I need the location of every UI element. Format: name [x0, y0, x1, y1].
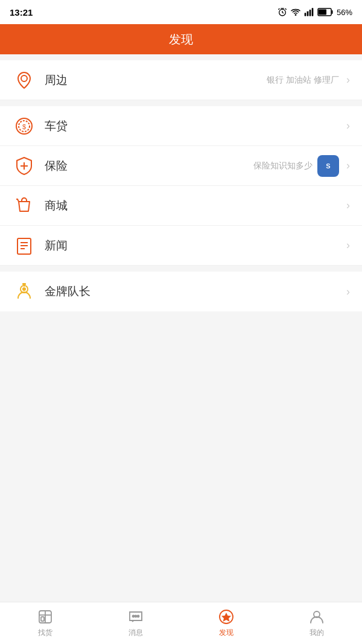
battery-percent: 56%	[337, 8, 352, 17]
alarm-icon	[278, 7, 287, 17]
svg-point-20	[22, 287, 26, 291]
insurance-icon	[12, 154, 36, 178]
svg-rect-7	[331, 10, 332, 14]
menu-item-nearby[interactable]: 周边 银行 加油站 修理厂 ›	[0, 60, 362, 100]
findgoods-nav-label: 找货	[38, 628, 52, 638]
status-time: 13:21	[10, 7, 33, 18]
message-nav-label: 消息	[129, 628, 143, 638]
profile-nav-icon	[308, 608, 325, 625]
bottom-nav: 找货 消息 发现	[0, 602, 362, 644]
insurance-chevron: ›	[346, 159, 350, 172]
menu-item-mall[interactable]: 商城 ›	[0, 186, 362, 226]
insurance-subtitle: 保险知识知多少	[253, 161, 313, 171]
nav-item-discover[interactable]: 发现	[181, 602, 272, 644]
nearby-subtitle: 银行 加油站 修理厂	[267, 75, 339, 86]
mall-chevron: ›	[346, 199, 350, 212]
svg-point-27	[133, 616, 135, 617]
menu-item-news[interactable]: 新闻 ›	[0, 226, 362, 266]
menu-item-insurance[interactable]: 保险 保险知识知多少 S ›	[0, 146, 362, 186]
mall-label: 商城	[45, 198, 344, 214]
status-icons: 56%	[278, 7, 352, 17]
insurance-badge-text: S	[326, 162, 330, 170]
nav-item-profile[interactable]: 我的	[272, 602, 362, 644]
nearby-chevron: ›	[346, 74, 350, 86]
news-icon	[12, 234, 36, 258]
svg-point-9	[21, 75, 27, 81]
insurance-label: 保险	[45, 158, 253, 174]
svg-rect-4	[310, 10, 311, 16]
svg-rect-3	[307, 11, 309, 16]
carloan-chevron: ›	[346, 120, 350, 132]
message-nav-icon	[127, 608, 144, 625]
news-chevron: ›	[346, 239, 350, 252]
findgoods-nav-icon	[37, 608, 54, 625]
svg-rect-2	[305, 13, 306, 16]
menu-item-goldcaptain[interactable]: 金牌队长 ›	[0, 272, 362, 311]
nearby-label: 周边	[45, 72, 267, 88]
content-area	[0, 311, 362, 505]
battery-icon	[317, 8, 333, 16]
svg-rect-26	[41, 617, 44, 621]
carloan-label: 车贷	[45, 118, 344, 134]
svg-point-29	[138, 616, 139, 617]
svg-point-1	[295, 14, 296, 15]
nearby-icon	[12, 68, 36, 92]
svg-text:$: $	[22, 123, 26, 130]
mall-icon	[12, 194, 36, 218]
svg-rect-5	[312, 8, 314, 16]
svg-rect-8	[319, 10, 326, 15]
news-label: 新闻	[45, 238, 344, 253]
carloan-icon: $	[12, 114, 36, 138]
status-bar: 13:21 56%	[0, 0, 362, 24]
wifi-icon	[291, 7, 300, 17]
goldcaptain-chevron: ›	[346, 285, 350, 298]
discover-nav-icon	[218, 608, 235, 625]
menu-list: 周边 银行 加油站 修理厂 › $ 车贷 › 保险 保险知识知多少 S	[0, 60, 362, 311]
goldcaptain-label: 金牌队长	[45, 284, 344, 299]
insurance-badge[interactable]: S	[317, 155, 339, 177]
header-title: 发现	[169, 31, 193, 48]
signal-icon	[304, 7, 314, 17]
svg-rect-21	[22, 283, 26, 285]
profile-nav-label: 我的	[310, 628, 324, 638]
discover-nav-label: 发现	[219, 628, 233, 638]
goldcaptain-icon	[12, 279, 36, 304]
svg-marker-31	[221, 613, 231, 622]
nav-item-findgoods[interactable]: 找货	[0, 602, 91, 644]
app-header: 发现	[0, 24, 362, 54]
svg-point-28	[135, 616, 137, 617]
menu-item-carloan[interactable]: $ 车贷 ›	[0, 106, 362, 146]
nav-item-message[interactable]: 消息	[91, 602, 181, 644]
